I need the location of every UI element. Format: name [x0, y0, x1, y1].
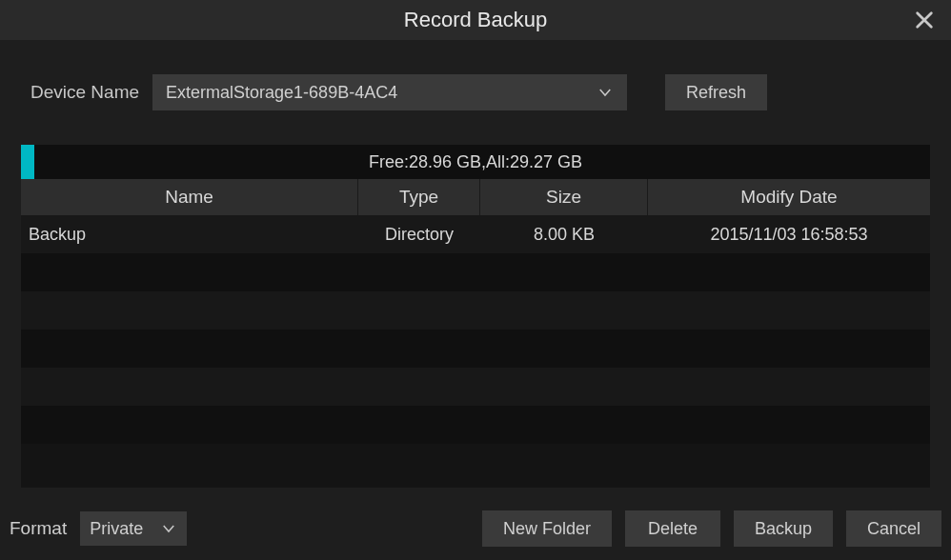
column-header-name[interactable]: Name — [21, 179, 358, 215]
cell-name — [21, 368, 358, 406]
chevron-down-icon — [160, 520, 177, 537]
cell-size — [480, 368, 648, 406]
device-name-label: Device Name — [30, 82, 139, 103]
cell-name — [21, 330, 358, 368]
cell-size: 8.00 KB — [480, 215, 648, 253]
dialog-content: Device Name ExtermalStorage1-689B-4AC4 R… — [0, 40, 951, 497]
storage-bar: Free:28.96 GB,All:29.27 GB — [21, 145, 930, 179]
file-table: Name Type Size Modify Date BackupDirecto… — [21, 179, 930, 488]
device-name-select[interactable]: ExtermalStorage1-689B-4AC4 — [152, 74, 627, 110]
close-button[interactable] — [911, 7, 938, 33]
cell-type — [358, 253, 480, 291]
cell-size — [480, 330, 648, 368]
table-row — [21, 253, 930, 291]
delete-button[interactable]: Delete — [625, 510, 720, 547]
format-select[interactable]: Private — [80, 511, 187, 546]
storage-bar-text: Free:28.96 GB,All:29.27 GB — [369, 152, 582, 172]
cell-modify: 2015/11/03 16:58:53 — [648, 215, 930, 253]
format-value: Private — [90, 519, 143, 539]
dialog-title: Record Backup — [404, 8, 547, 32]
table-row — [21, 368, 930, 406]
cell-name — [21, 291, 358, 330]
refresh-button[interactable]: Refresh — [665, 74, 767, 110]
cell-modify — [648, 368, 930, 406]
cell-name — [21, 406, 358, 444]
cancel-button[interactable]: Cancel — [846, 510, 941, 547]
dialog-footer: Format Private New Folder Delete Backup … — [0, 497, 951, 560]
new-folder-button[interactable]: New Folder — [482, 510, 612, 547]
column-header-modify[interactable]: Modify Date — [648, 179, 930, 215]
cell-type — [358, 406, 480, 444]
table-header-row: Name Type Size Modify Date — [21, 179, 930, 215]
table-row — [21, 330, 930, 368]
cell-size — [480, 291, 648, 330]
cell-modify — [648, 330, 930, 368]
cell-type — [358, 291, 480, 330]
device-name-value: ExtermalStorage1-689B-4AC4 — [166, 83, 397, 103]
cell-modify — [648, 291, 930, 330]
format-label: Format — [10, 518, 67, 539]
table-row[interactable]: BackupDirectory8.00 KB2015/11/03 16:58:5… — [21, 215, 930, 253]
cell-type — [358, 330, 480, 368]
titlebar: Record Backup — [0, 0, 951, 40]
cell-type — [358, 368, 480, 406]
cell-size — [480, 406, 648, 444]
cell-size — [480, 253, 648, 291]
storage-bar-used — [21, 145, 34, 179]
chevron-down-icon — [597, 84, 614, 101]
record-backup-dialog: Record Backup Device Name ExtermalStorag… — [0, 0, 951, 560]
cell-name — [21, 253, 358, 291]
close-icon — [914, 10, 935, 30]
table-row — [21, 291, 930, 330]
column-header-size[interactable]: Size — [480, 179, 648, 215]
device-row: Device Name ExtermalStorage1-689B-4AC4 R… — [21, 74, 930, 110]
backup-button[interactable]: Backup — [734, 510, 833, 547]
cell-modify — [648, 406, 930, 444]
cell-modify — [648, 253, 930, 291]
table-body: BackupDirectory8.00 KB2015/11/03 16:58:5… — [21, 215, 930, 488]
table-row — [21, 406, 930, 444]
cell-type: Directory — [358, 215, 480, 253]
cell-name: Backup — [21, 215, 358, 253]
column-header-type[interactable]: Type — [358, 179, 480, 215]
